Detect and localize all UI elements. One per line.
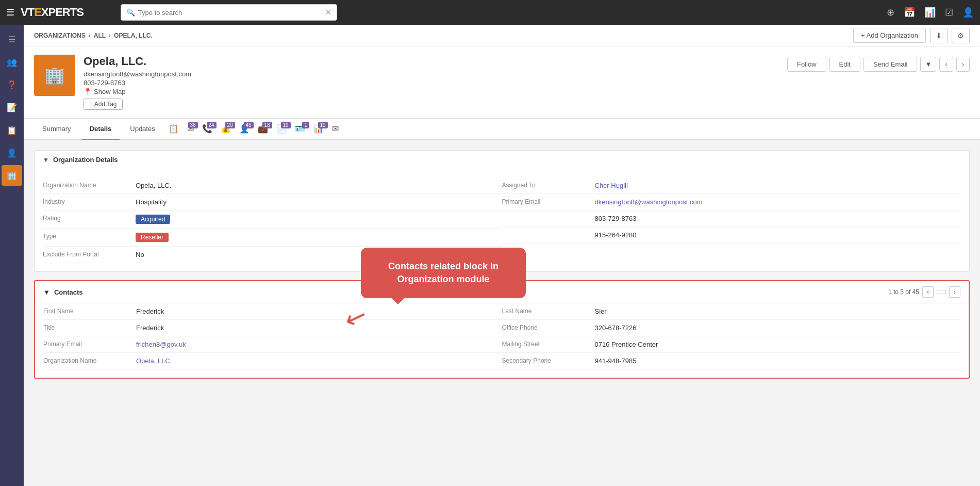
sidebar-item-help[interactable]: ❓ (2, 74, 22, 95)
sidebar-item-menu[interactable]: ☰ (2, 29, 22, 50)
tab-icon-emails[interactable]: ✉ 36 (184, 120, 197, 138)
tab-details[interactable]: Details (81, 119, 120, 140)
send-email-button[interactable]: Send Email (863, 57, 917, 72)
chart-icon[interactable]: 📊 (924, 7, 936, 18)
tab-icon-revenue[interactable]: 💰 20 (218, 120, 234, 138)
org-email: dkensington8@washingtonpost.com (84, 70, 779, 78)
org-details-body: Organization Name Opela, LLC. Industry H… (35, 169, 969, 271)
reports-badge: 19 (318, 122, 328, 128)
tab-icon-cases[interactable]: 💼 18 (255, 120, 271, 138)
contact-org-name: Organization Name Opela, LLC. (43, 353, 502, 369)
breadcrumb-sep2: › (109, 32, 111, 39)
contact-office-phone: Office Phone 320-678-7226 (502, 320, 961, 336)
contact-last-name: Last Name Sier (502, 303, 961, 320)
contacts-header: ▼ Contacts 1 to 5 of 45 ‹ › (35, 281, 969, 303)
prev-record-button[interactable]: ‹ (939, 57, 953, 72)
search-icon: 🔍 (126, 8, 135, 17)
logo-accent: E (34, 6, 41, 19)
prev-page-button[interactable]: ‹ (922, 286, 934, 298)
show-map-link[interactable]: Show Map (94, 88, 125, 95)
emails-badge: 36 (188, 122, 198, 128)
contact-email-link[interactable]: frichen8@gov.uk (136, 341, 186, 348)
add-tag-button[interactable]: + Add Tag (84, 99, 123, 110)
rating-badge: Acquired (136, 215, 170, 224)
tab-icon-calls[interactable]: 📞 24 (199, 120, 215, 138)
content-area: ▼ Organization Details Organization Name… (24, 140, 980, 397)
tabs-bar: Summary Details Updates 📋 ✉ 36 📞 24 💰 20 (24, 119, 980, 140)
search-input[interactable] (138, 9, 325, 17)
org-header: 🏢 Opela, LLC. dkensington8@washingtonpos… (24, 46, 980, 119)
breadcrumb-all[interactable]: All (94, 32, 106, 39)
breadcrumb: ORGANIZATIONS › All › Opela, LLC. (34, 32, 153, 39)
add-organization-button[interactable]: + Add Organization (853, 28, 926, 43)
actions-dropdown-button[interactable]: ▼ (920, 57, 936, 72)
user-icon[interactable]: 👤 (962, 7, 974, 18)
contacts-page-button[interactable] (937, 290, 946, 294)
tab-updates[interactable]: Updates (122, 119, 163, 140)
org-info: Opela, LLC. dkensington8@washingtonpost.… (84, 55, 779, 110)
field-exclude-portal: Exclude From Portal No (43, 247, 502, 263)
tab-icon-mail[interactable]: ✉ (329, 120, 342, 138)
next-record-button[interactable]: › (956, 57, 970, 72)
contacts-pagination: 1 to 5 of 45 ‹ › (888, 286, 960, 298)
org-actions: Follow Edit Send Email ▼ ‹ › (787, 57, 970, 72)
sidebar-item-organizations[interactable]: 🏢 (2, 165, 22, 186)
org-name: Opela, LLC. (84, 55, 779, 68)
tab-icon-reports[interactable]: 📊 19 (310, 120, 327, 138)
mail-icon: ✉ (332, 124, 339, 134)
download-button[interactable]: ⬇ (930, 28, 948, 43)
contact-org-link[interactable]: Opela, LLC. (136, 357, 172, 365)
sidebar-item-profile[interactable]: 👤 (2, 142, 22, 163)
contacts-right: Last Name Sier Office Phone 320-678-7226… (502, 303, 961, 369)
tab-summary[interactable]: Summary (34, 119, 79, 140)
settings-button[interactable]: ⚙ (952, 28, 970, 43)
contact-title: Title Frederick (43, 320, 502, 336)
breadcrumb-actions: + Add Organization ⬇ ⚙ (853, 28, 970, 43)
contact-first-name: First Name Frederick (43, 303, 502, 320)
org-details-header[interactable]: ▼ Organization Details (35, 151, 969, 169)
org-details-left: Organization Name Opela, LLC. Industry H… (43, 177, 502, 263)
search-bar: 🔍 ✕ (121, 4, 337, 21)
plus-icon[interactable]: ⊕ (887, 7, 894, 18)
tab-icon-id[interactable]: 🪪 1 (292, 120, 308, 138)
sidebar-item-contacts[interactable]: 👥 (2, 52, 22, 72)
edit-button[interactable]: Edit (829, 57, 860, 72)
tab-icon-contacts[interactable]: 👤 45 (236, 120, 253, 138)
org-logo: 🏢 (34, 55, 75, 96)
next-page-button[interactable]: › (949, 286, 960, 298)
field-org-name: Organization Name Opela, LLC. (43, 177, 502, 194)
layout: ☰ 👥 ❓ 📝 📋 👤 🏢 ORGANIZATIONS › All › Opel… (0, 25, 980, 486)
primary-email-link[interactable]: dkensington8@washingtonpost.com (595, 198, 703, 206)
org-details-right: Assigned To Cher Hugill Primary Email dk… (502, 177, 961, 263)
top-nav: ☰ VTEXPERTS 🔍 ✕ ⊕ 📅 📊 ☑ 👤 (0, 0, 980, 25)
logo: VTEXPERTS (21, 6, 84, 19)
tab-icon-docs[interactable]: 📄 19 (273, 120, 290, 138)
hamburger-icon[interactable]: ☰ (6, 7, 14, 18)
org-details-grid: Organization Name Opela, LLC. Industry H… (43, 177, 961, 263)
field-rating: Rating Acquired (43, 210, 502, 229)
nav-icons: ⊕ 📅 📊 ☑ 👤 (887, 7, 974, 18)
contacts-title-text: Contacts (54, 288, 83, 296)
sidebar-item-tasks[interactable]: 📝 (2, 97, 22, 118)
follow-button[interactable]: Follow (787, 57, 826, 72)
breadcrumb-bar: ORGANIZATIONS › All › Opela, LLC. + Add … (24, 25, 980, 46)
id-badge: 1 (302, 122, 309, 128)
notes-icon: 📋 (169, 124, 179, 134)
breadcrumb-module: ORGANIZATIONS (34, 32, 86, 39)
tab-icon-notes[interactable]: 📋 (165, 120, 182, 138)
org-details-section: ▼ Organization Details Organization Name… (34, 150, 970, 272)
sidebar: ☰ 👥 ❓ 📝 📋 👤 🏢 (0, 25, 24, 486)
search-clear-icon[interactable]: ✕ (325, 8, 331, 17)
tasks-icon[interactable]: ☑ (945, 7, 953, 18)
field-primary-email: Primary Email dkensington8@washingtonpos… (502, 194, 961, 210)
org-map: 📍 Show Map (84, 88, 779, 95)
field-assigned-to: Assigned To Cher Hugill (502, 177, 961, 194)
main-content: ORGANIZATIONS › All › Opela, LLC. + Add … (24, 25, 980, 486)
contacts-section: ▼ Contacts 1 to 5 of 45 ‹ › First (34, 280, 970, 379)
contacts-title[interactable]: ▼ Contacts (43, 288, 83, 296)
calendar-icon[interactable]: 📅 (904, 7, 915, 18)
org-phone: 803-729-8763 (84, 79, 779, 87)
sidebar-item-documents[interactable]: 📋 (2, 120, 22, 140)
assigned-to-link[interactable]: Cher Hugill (595, 182, 628, 189)
breadcrumb-sep1: › (89, 32, 91, 39)
